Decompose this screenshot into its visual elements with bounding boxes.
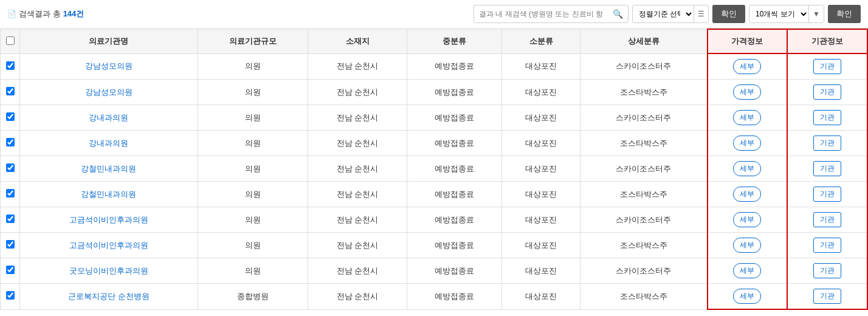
row-agency-cell[interactable]: 기관 [787,156,867,182]
row-price-cell[interactable]: 세부 [708,258,788,284]
row-price-cell[interactable]: 세부 [708,53,788,80]
price-detail-button[interactable]: 세부 [733,212,761,227]
row-price-cell[interactable]: 세부 [708,105,788,131]
row-agency-cell[interactable]: 기관 [787,53,867,80]
row-checkbox[interactable] [6,87,15,95]
row-checkbox[interactable] [6,215,15,223]
row-checkbox-cell[interactable] [1,284,20,310]
doc-icon: 📄 [7,10,16,18]
row-price-cell[interactable]: 세부 [708,182,788,207]
row-checkbox[interactable] [6,112,15,121]
agency-button[interactable]: 기관 [813,110,841,125]
row-clinic-name[interactable]: 강내과의원 [20,105,198,131]
price-detail-button[interactable]: 세부 [733,59,761,74]
result-count: 📄 검색결과 총 144건 [7,9,84,19]
row-checkbox-cell[interactable] [1,131,20,156]
row-clinic-name[interactable]: 강철민내과의원 [20,156,198,182]
row-category: 예방접종료 [407,284,502,310]
row-checkbox-cell[interactable] [1,105,20,131]
row-checkbox-cell[interactable] [1,182,20,207]
agency-button[interactable]: 기관 [813,263,841,278]
row-clinic-name[interactable]: 고금석이비인후과의원 [20,207,198,233]
row-agency-cell[interactable]: 기관 [787,233,867,258]
price-detail-button[interactable]: 세부 [733,136,761,151]
row-price-cell[interactable]: 세부 [708,233,788,258]
price-detail-button[interactable]: 세부 [733,289,761,304]
row-clinic-name[interactable]: 강내과의원 [20,131,198,156]
row-price-cell[interactable]: 세부 [708,80,788,105]
table-row: 강철민내과의원 의원 전남 순천시 예방접종료 대상포진 스카이조스터주 세부 … [1,156,868,182]
row-checkbox-cell[interactable] [1,80,20,105]
agency-button[interactable]: 기관 [813,161,841,176]
row-category: 예방접종료 [407,156,502,182]
row-checkbox[interactable] [6,138,15,146]
agency-button[interactable]: 기관 [813,136,841,151]
price-detail-button[interactable]: 세부 [733,110,761,125]
price-detail-button[interactable]: 세부 [733,263,761,278]
row-price-cell[interactable]: 세부 [708,156,788,182]
row-clinic-name[interactable]: 강남성모의원 [20,80,198,105]
row-clinic-name[interactable]: 굿모닝이비인후과의원 [20,258,198,284]
row-location: 전남 순천시 [308,284,407,310]
row-clinic-name[interactable]: 강남성모의원 [20,53,198,80]
search-button[interactable]: 🔍 [608,9,628,19]
header-sub-category: 소분류 [501,29,580,53]
row-checkbox[interactable] [6,291,15,300]
row-detail: 스카이조스터주 [580,105,708,131]
sort-confirm-button[interactable]: 확인 [712,5,745,23]
row-checkbox[interactable] [6,240,15,249]
price-detail-button[interactable]: 세부 [733,161,761,176]
row-checkbox-cell[interactable] [1,53,20,80]
row-agency-cell[interactable]: 기관 [787,207,867,233]
sort-select[interactable]: 정렬기준 선택 [633,5,694,22]
agency-button[interactable]: 기관 [813,84,841,100]
row-checkbox-cell[interactable] [1,233,20,258]
price-detail-button[interactable]: 세부 [733,238,761,253]
per-page-select[interactable]: 10개씩 보기 [749,5,808,22]
row-detail: 스카이조스터주 [580,156,708,182]
row-price-cell[interactable]: 세부 [708,284,788,310]
row-sub-category: 대상포진 [501,105,580,131]
row-checkbox[interactable] [6,61,15,70]
row-agency-cell[interactable]: 기관 [787,105,867,131]
row-checkbox-cell[interactable] [1,258,20,284]
agency-button[interactable]: 기관 [813,187,841,202]
row-checkbox-cell[interactable] [1,156,20,182]
table-row: 강남성모의원 의원 전남 순천시 예방접종료 대상포진 조스타박스주 세부 기관 [1,80,868,105]
table-row: 강내과의원 의원 전남 순천시 예방접종료 대상포진 스카이조스터주 세부 기관 [1,105,868,131]
row-clinic-size: 의원 [198,258,308,284]
row-clinic-name[interactable]: 강철민내과의원 [20,182,198,207]
row-agency-cell[interactable]: 기관 [787,131,867,156]
agency-button[interactable]: 기관 [813,59,841,74]
row-price-cell[interactable]: 세부 [708,131,788,156]
agency-button[interactable]: 기관 [813,212,841,227]
price-detail-button[interactable]: 세부 [733,84,761,100]
price-detail-button[interactable]: 세부 [733,187,761,202]
row-checkbox[interactable] [6,189,15,197]
row-sub-category: 대상포진 [501,80,580,105]
search-box[interactable]: 🔍 [474,5,629,23]
row-price-cell[interactable]: 세부 [708,207,788,233]
row-checkbox-cell[interactable] [1,207,20,233]
agency-button[interactable]: 기관 [813,238,841,253]
row-clinic-name[interactable]: 고금석이비인후과의원 [20,233,198,258]
row-detail: 조스타박스주 [580,182,708,207]
search-input[interactable] [474,10,608,18]
row-agency-cell[interactable]: 기관 [787,182,867,207]
sort-icon-button[interactable]: ☰ [694,5,708,22]
row-location: 전남 순천시 [308,105,407,131]
row-location: 전남 순천시 [308,182,407,207]
row-checkbox[interactable] [6,266,15,274]
row-clinic-name[interactable]: 근로복지공단 순천병원 [20,284,198,310]
row-location: 전남 순천시 [308,233,407,258]
agency-button[interactable]: 기관 [813,289,841,304]
per-page-confirm-button[interactable]: 확인 [828,5,861,23]
per-page-arrow[interactable]: ▼ [808,5,824,22]
per-page-box[interactable]: 10개씩 보기 ▼ [749,5,824,23]
row-agency-cell[interactable]: 기관 [787,80,867,105]
row-agency-cell[interactable]: 기관 [787,258,867,284]
sort-select-box[interactable]: 정렬기준 선택 ☰ [632,5,709,23]
select-all-checkbox[interactable] [6,36,15,45]
row-checkbox[interactable] [6,163,15,172]
row-agency-cell[interactable]: 기관 [787,284,867,310]
